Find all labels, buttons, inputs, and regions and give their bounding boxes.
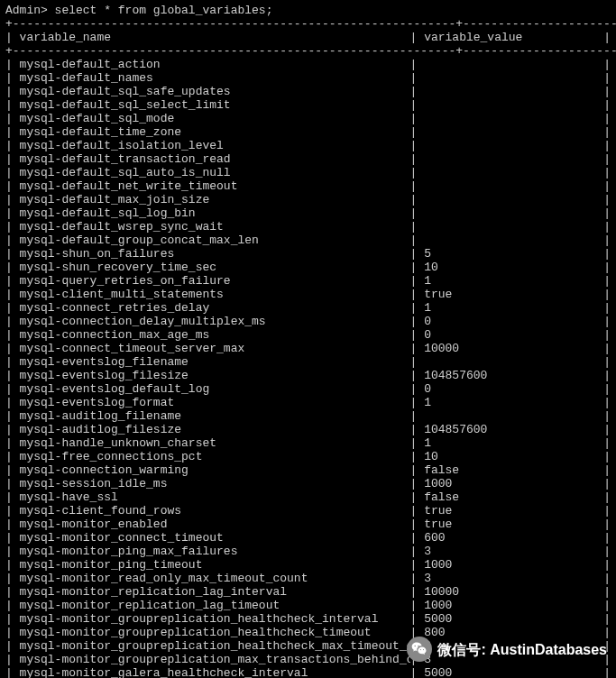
watermark-text: 微信号: AustinDatabases <box>437 643 607 656</box>
table-row: | mysql-monitor_groupreplication_healthc… <box>5 612 611 626</box>
table-row: | mysql-default_net_write_timeout | | <box>5 179 611 193</box>
cell-variable-name: mysql-monitor_replication_lag_interval <box>20 585 410 599</box>
table-row: | mysql-default_action | | <box>5 58 611 71</box>
cell-variable-name: mysql-eventslog_default_log <box>20 382 410 396</box>
cell-variable-name: mysql-default_max_join_size <box>20 193 410 206</box>
cell-variable-value: 1 <box>424 274 603 288</box>
table-row: | mysql-connect_timeout_server_max | 100… <box>5 342 611 355</box>
cell-variable-name: mysql-eventslog_format <box>20 396 410 409</box>
table-row: | mysql-default_wsrep_sync_wait | | <box>5 220 611 234</box>
cell-variable-name: mysql-default_transaction_read <box>20 152 410 166</box>
table-separator-mid: +---------------------------------------… <box>5 44 611 58</box>
cell-variable-name: mysql-connection_delay_multiplex_ms <box>20 315 410 328</box>
cell-variable-name: mysql-default_sql_safe_updates <box>20 85 410 98</box>
cell-variable-value: 600 <box>424 531 603 545</box>
cell-variable-name: mysql-default_isolation_level <box>20 139 410 152</box>
table-row: | mysql-eventslog_filesize | 104857600 | <box>5 369 611 382</box>
cell-variable-value: false <box>424 463 603 477</box>
cell-variable-value: 1 <box>424 301 603 315</box>
cell-variable-name: mysql-monitor_groupreplication_max_trans… <box>20 653 410 666</box>
cell-variable-value: true <box>424 288 603 301</box>
table-row: | mysql-eventslog_filename | | <box>5 355 611 369</box>
cell-variable-value: 5 <box>424 247 603 261</box>
cell-variable-name: mysql-monitor_groupreplication_healthche… <box>20 612 410 626</box>
cell-variable-value <box>424 139 603 152</box>
table-row: | mysql-monitor_connect_timeout | 600 | <box>5 531 611 545</box>
table-row: | mysql-have_ssl | false | <box>5 490 611 504</box>
cell-variable-name: mysql-have_ssl <box>20 490 410 504</box>
cell-variable-name: mysql-default_sql_select_limit <box>20 98 410 112</box>
cell-variable-value <box>424 98 603 112</box>
table-row: | mysql-default_sql_select_limit | | <box>5 98 611 112</box>
table-row: | mysql-handle_unknown_charset | 1 | <box>5 436 611 450</box>
table-row: | mysql-session_idle_ms | 1000 | <box>5 477 611 490</box>
cell-variable-name: mysql-default_sql_mode <box>20 112 410 125</box>
table-row: | mysql-eventslog_format | 1 | <box>5 396 611 409</box>
cell-variable-value: 10000 <box>424 342 603 355</box>
cell-variable-name: mysql-monitor_ping_max_failures <box>20 545 410 558</box>
cell-variable-value <box>424 206 603 220</box>
table-row: | mysql-monitor_replication_lag_interval… <box>5 585 611 599</box>
cell-variable-name: mysql-monitor_replication_lag_timeout <box>20 599 410 612</box>
cell-variable-value: 0 <box>424 328 603 342</box>
table-row: | mysql-default_sql_auto_is_null | | <box>5 166 611 179</box>
cell-variable-name: mysql-handle_unknown_charset <box>20 436 410 450</box>
cell-variable-value: 5000 <box>424 612 603 626</box>
cell-variable-name: mysql-default_sql_auto_is_null <box>20 166 410 179</box>
table-header-row: | variable_name| variable_value| <box>5 31 611 44</box>
cell-variable-name: mysql-default_net_write_timeout <box>20 179 410 193</box>
table-row: | mysql-monitor_enabled | true | <box>5 518 611 531</box>
cell-variable-name: mysql-connection_warming <box>20 463 410 477</box>
cell-variable-value <box>424 166 603 179</box>
cell-variable-name: mysql-default_time_zone <box>20 125 410 139</box>
cell-variable-value: 1000 <box>424 599 603 612</box>
table-body: | mysql-default_action | || mysql-defaul… <box>5 58 611 678</box>
cell-variable-value <box>424 125 603 139</box>
cell-variable-name: mysql-auditlog_filename <box>20 409 410 423</box>
cell-variable-value: 1000 <box>424 558 603 572</box>
cell-variable-value <box>424 71 603 85</box>
cell-variable-value <box>424 112 603 125</box>
cell-variable-value: 10000 <box>424 585 603 599</box>
table-row: | mysql-default_time_zone | | <box>5 125 611 139</box>
table-row: | mysql-connection_warming | false | <box>5 463 611 477</box>
column-header-name: variable_name <box>20 31 410 44</box>
cell-variable-value: true <box>424 518 603 531</box>
cell-variable-name: mysql-default_sql_log_bin <box>20 206 410 220</box>
cell-variable-value: 3 <box>424 545 603 558</box>
cell-variable-name: mysql-default_wsrep_sync_wait <box>20 220 410 234</box>
cell-variable-name: mysql-monitor_groupreplication_healthche… <box>20 639 410 653</box>
table-row: | mysql-connect_retries_delay | 1 | <box>5 301 611 315</box>
wechat-icon <box>407 637 432 662</box>
cell-variable-name: mysql-monitor_groupreplication_healthche… <box>20 626 410 639</box>
cell-variable-name: mysql-monitor_read_only_max_timeout_coun… <box>20 572 410 585</box>
cell-variable-name: mysql-monitor_enabled <box>20 518 410 531</box>
cell-variable-name: mysql-shun_on_failures <box>20 247 410 261</box>
cell-variable-value <box>424 179 603 193</box>
cell-variable-name: mysql-eventslog_filesize <box>20 369 410 382</box>
cell-variable-name: mysql-shun_recovery_time_sec <box>20 261 410 274</box>
table-row: | mysql-query_retries_on_failure | 1 | <box>5 274 611 288</box>
cell-variable-value: false <box>424 490 603 504</box>
cell-variable-name: mysql-eventslog_filename <box>20 355 410 369</box>
cell-variable-value <box>424 234 603 247</box>
cell-variable-value: 1 <box>424 436 603 450</box>
cell-variable-name: mysql-default_group_concat_max_len <box>20 234 410 247</box>
cell-variable-name: mysql-default_names <box>20 71 410 85</box>
cell-variable-value: 0 <box>424 382 603 396</box>
table-row: | mysql-shun_recovery_time_sec | 10 | <box>5 261 611 274</box>
column-header-value: variable_value <box>424 31 603 44</box>
cell-variable-name: mysql-connect_retries_delay <box>20 301 410 315</box>
cell-variable-value: 1000 <box>424 477 603 490</box>
table-row: | mysql-connection_delay_multiplex_ms | … <box>5 315 611 328</box>
sql-prompt: Admin> select * from global_variables; <box>5 4 611 17</box>
cell-variable-value <box>424 152 603 166</box>
table-row: | mysql-default_sql_safe_updates | | <box>5 85 611 98</box>
cell-variable-name: mysql-free_connections_pct <box>20 450 410 463</box>
cell-variable-name: mysql-session_idle_ms <box>20 477 410 490</box>
table-row: | mysql-monitor_replication_lag_timeout … <box>5 599 611 612</box>
cell-variable-name: mysql-connect_timeout_server_max <box>20 342 410 355</box>
table-row: | mysql-monitor_read_only_max_timeout_co… <box>5 572 611 585</box>
cell-variable-name: mysql-monitor_ping_timeout <box>20 558 410 572</box>
table-row: | mysql-monitor_ping_max_failures | 3 | <box>5 545 611 558</box>
